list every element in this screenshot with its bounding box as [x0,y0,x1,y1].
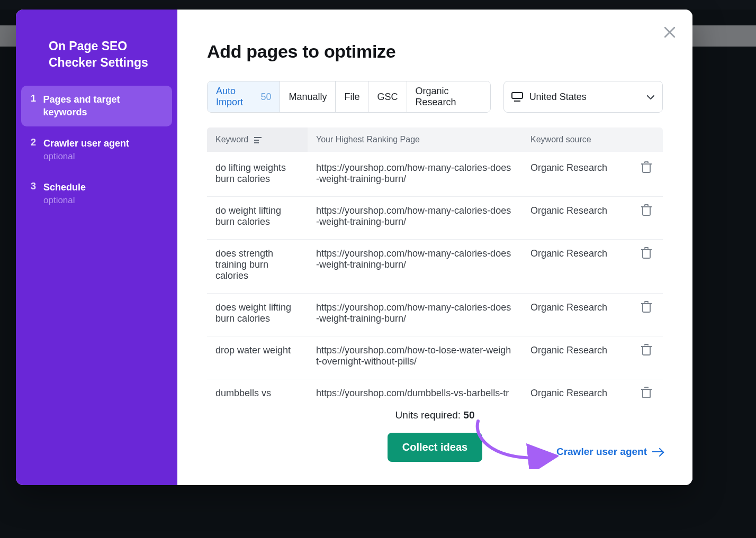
cell-keyword: does strength training burn calories [207,240,308,293]
desktop-icon [511,92,523,102]
step-optional-label: optional [43,195,86,207]
cell-keyword: dumbbells vs barbells [207,379,308,398]
cell-page: https://yourshop.com/dumbbells-vs-barbel… [308,379,522,398]
country-select[interactable]: United States [503,81,663,113]
tab-organic-research[interactable]: Organic Research [407,81,490,112]
delete-row-button[interactable] [642,388,651,398]
table-row: does weight lifting burn calorieshttps:/… [207,294,663,336]
table-row: do weight lifting burn calorieshttps://y… [207,197,663,240]
step-label: Pages and target keywords [43,93,164,119]
cell-source: Organic Research [522,240,633,293]
cell-keyword: does weight lifting burn calories [207,294,308,336]
table-header: Keyword Your Highest Ranking Page Keywor… [207,127,663,152]
country-label: United States [529,92,587,103]
table-row: dumbbells vs barbellshttps://yourshop.co… [207,379,663,398]
cell-page: https://yourshop.com/how-many-calories-d… [308,197,522,239]
chevron-down-icon [646,92,655,103]
delete-row-button[interactable] [642,248,651,259]
tab-auto-import[interactable]: Auto Import 50 [208,81,280,112]
cell-source: Organic Research [522,294,633,336]
th-page[interactable]: Your Highest Ranking Page [308,127,522,152]
table-row: drop water weighthttps://yourshop.com/ho… [207,336,663,379]
step-label: Crawler user agent optional [43,137,129,163]
arrow-right-icon [652,448,663,455]
table-row: do lifting weights burn calorieshttps://… [207,154,663,197]
cell-page: https://yourshop.com/how-many-calories-d… [308,240,522,293]
settings-main: Add pages to optimize Auto Import 50 Man… [177,10,692,485]
collect-ideas-button[interactable]: Collect ideas [388,433,482,462]
table-row: does strength training burn calorieshttp… [207,240,663,294]
units-required: Units required: 50 [207,409,663,421]
close-icon [662,24,678,40]
cell-source: Organic Research [522,336,633,379]
cell-source: Organic Research [522,379,633,398]
step-number: 2 [31,137,43,163]
source-tabs: Auto Import 50 Manually File GSC Organic… [207,81,491,113]
tab-manually[interactable]: Manually [280,81,336,112]
sort-icon [254,137,262,143]
delete-row-button[interactable] [642,345,651,355]
tab-file[interactable]: File [336,81,368,112]
th-keyword[interactable]: Keyword [207,127,308,152]
step-label: Schedule optional [43,181,86,207]
cell-keyword: do lifting weights burn calories [207,154,308,196]
keywords-table: Keyword Your Highest Ranking Page Keywor… [207,127,663,398]
step-pages-keywords[interactable]: 1 Pages and target keywords [21,86,172,126]
close-button[interactable] [662,24,678,40]
step-number: 3 [31,181,43,207]
tab-count: 50 [260,92,271,103]
step-optional-label: optional [43,151,129,163]
cell-source: Organic Research [522,197,633,239]
cell-keyword: do weight lifting burn calories [207,197,308,239]
tab-gsc[interactable]: GSC [368,81,407,112]
cell-source: Organic Research [522,154,633,196]
sidebar-title: On Page SEO Checker Settings [16,38,177,86]
delete-row-button[interactable] [642,302,651,313]
cell-keyword: drop water weight [207,336,308,379]
settings-sidebar: On Page SEO Checker Settings 1 Pages and… [16,10,177,485]
cell-page: https://yourshop.com/how-many-calories-d… [308,154,522,196]
step-schedule[interactable]: 3 Schedule optional [21,174,172,214]
step-crawler-agent[interactable]: 2 Crawler user agent optional [21,130,172,170]
cell-page: https://yourshop.com/how-to-lose-water-w… [308,336,522,379]
th-source[interactable]: Keyword source [522,127,633,152]
controls-row: Auto Import 50 Manually File GSC Organic… [207,81,663,113]
step-number: 1 [31,93,43,119]
table-body[interactable]: do lifting weights burn calorieshttps://… [207,154,663,398]
delete-row-button[interactable] [642,162,651,173]
settings-modal: On Page SEO Checker Settings 1 Pages and… [16,10,692,485]
modal-footer: Units required: 50 Collect ideas Crawler… [177,398,692,485]
delete-row-button[interactable] [642,205,651,216]
next-step-link[interactable]: Crawler user agent [556,446,663,458]
page-title: Add pages to optimize [207,41,663,62]
cell-page: https://yourshop.com/how-many-calories-d… [308,294,522,336]
